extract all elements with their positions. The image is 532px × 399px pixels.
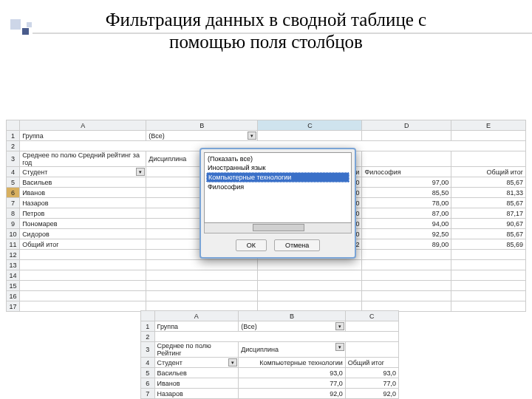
cell[interactable]: 97,00	[362, 177, 451, 188]
filter-popup: (Показать все) Иностранный язык Компьюте…	[200, 148, 356, 259]
cell[interactable]: Назаров	[154, 389, 239, 399]
cell[interactable]: Группа	[20, 131, 146, 141]
cell[interactable]: 85,50	[362, 188, 451, 198]
col-header[interactable]: C	[345, 311, 398, 321]
cell[interactable]: Иванов	[154, 378, 239, 389]
row-header[interactable]: 7	[7, 198, 20, 208]
col-header[interactable]: B	[146, 120, 258, 131]
chevron-down-icon[interactable]: ▾	[248, 132, 256, 140]
cell[interactable]: 89,00	[362, 239, 451, 250]
chevron-down-icon[interactable]: ▾	[335, 343, 344, 351]
cell[interactable]: 85,67	[451, 198, 526, 208]
cell[interactable]: Общий итог	[451, 167, 526, 177]
column-field-dropdown[interactable]: Дисциплина▾	[239, 342, 346, 358]
row-header[interactable]: 4	[141, 358, 155, 368]
chevron-down-icon[interactable]: ▾	[136, 168, 145, 176]
cell[interactable]: Среднее по полю Средний рейтинг за год	[20, 151, 146, 167]
row-header[interactable]: 1	[7, 131, 20, 141]
row-header[interactable]: 1	[141, 321, 155, 332]
cell[interactable]: 78,00	[362, 198, 451, 208]
cell[interactable]: 77,0	[345, 378, 398, 389]
filter-item[interactable]: Иностранный язык	[206, 163, 349, 172]
filter-item[interactable]: Философия	[206, 183, 349, 191]
cell[interactable]: Группа	[154, 321, 239, 332]
row-header[interactable]: 2	[7, 141, 20, 151]
row-header[interactable]: 7	[141, 389, 155, 399]
row-header[interactable]: 6	[7, 188, 20, 198]
row-header[interactable]: 11	[7, 239, 20, 250]
cell[interactable]: 92,0	[345, 389, 398, 399]
row-field-dropdown[interactable]: Студент▾	[154, 358, 239, 368]
cell[interactable]: 77,0	[239, 378, 346, 389]
scrollbar-thumb[interactable]	[253, 224, 304, 231]
chevron-down-icon[interactable]: ▾	[228, 358, 237, 366]
title-line-2: помощью поля столбцов	[169, 32, 363, 52]
row-header[interactable]: 15	[7, 281, 20, 291]
spreadsheet-filtered: A B C 1 Группа (Все)▾ 2 3 Среднее по пол…	[140, 310, 399, 399]
ok-button[interactable]: ОК	[236, 239, 267, 251]
col-header[interactable]: A	[154, 311, 239, 321]
row-header[interactable]: 9	[7, 219, 20, 229]
cell[interactable]: Общий итог	[20, 239, 146, 250]
slide-title: Фильтрация данных в сводной таблице с по…	[0, 0, 532, 53]
row-header[interactable]: 5	[7, 177, 20, 188]
chevron-down-icon[interactable]: ▾	[335, 322, 344, 330]
row-header[interactable]: 17	[7, 301, 20, 312]
cell[interactable]: Васильев	[20, 177, 146, 188]
row-header[interactable]: 5	[141, 368, 155, 378]
corner-cell[interactable]	[141, 311, 155, 321]
cell[interactable]: Философия	[362, 167, 451, 177]
col-header[interactable]: D	[362, 120, 451, 131]
cell[interactable]: 87,17	[451, 208, 526, 219]
cell[interactable]: Иванов	[20, 188, 146, 198]
filter-item-all[interactable]: (Показать все)	[206, 154, 349, 163]
row-header[interactable]: 10	[7, 229, 20, 239]
row-header[interactable]: 16	[7, 291, 20, 301]
row-header[interactable]: 13	[7, 260, 20, 270]
cell[interactable]: Назаров	[20, 198, 146, 208]
col-header[interactable]: B	[239, 311, 346, 321]
filter-list[interactable]: (Показать все) Иностранный язык Компьюте…	[204, 152, 352, 223]
col-header[interactable]: A	[20, 120, 146, 131]
title-line-1: Фильтрация данных в сводной таблице с	[106, 10, 426, 30]
corner-cell[interactable]	[7, 120, 20, 131]
row-header[interactable]: 12	[7, 250, 20, 260]
row-header[interactable]: 3	[7, 151, 20, 167]
cell[interactable]: Петров	[20, 208, 146, 219]
cell[interactable]: Васильев	[154, 368, 239, 378]
horizontal-scrollbar[interactable]	[204, 223, 352, 233]
cell[interactable]: 94,00	[362, 219, 451, 229]
cell[interactable]: 93,0	[345, 368, 398, 378]
row-header[interactable]: 8	[7, 208, 20, 219]
cell[interactable]: 85,67	[451, 177, 526, 188]
cell[interactable]: Общий итог	[345, 358, 398, 368]
row-field-dropdown[interactable]: Студент▾	[20, 167, 146, 177]
cell[interactable]: 92,0	[239, 389, 346, 399]
filter-item-selected[interactable]: Компьютерные технологии	[206, 172, 349, 183]
cancel-button[interactable]: Отмена	[274, 239, 320, 251]
row-header[interactable]: 4	[7, 167, 20, 177]
cell[interactable]: Пономарев	[20, 219, 146, 229]
row-header[interactable]: 3	[141, 342, 155, 358]
cell[interactable]: 87,00	[362, 208, 451, 219]
page-field-dropdown[interactable]: (Все)▾	[239, 321, 346, 332]
col-header[interactable]: E	[451, 120, 526, 131]
cell[interactable]: Среднее по полю Рейтинг	[154, 342, 239, 358]
cell[interactable]: 92,50	[362, 229, 451, 239]
cell[interactable]: 85,67	[451, 229, 526, 239]
row-header[interactable]: 2	[141, 332, 155, 342]
cell[interactable]: 90,67	[451, 219, 526, 229]
row-header[interactable]: 6	[141, 378, 155, 389]
cell[interactable]: Компьютерные технологии	[239, 358, 346, 368]
page-field-dropdown[interactable]: (Все)▾	[146, 131, 258, 141]
cell[interactable]: 93,0	[239, 368, 346, 378]
cell[interactable]: Сидоров	[20, 229, 146, 239]
col-header[interactable]: C	[258, 120, 362, 131]
cell[interactable]: 81,33	[451, 188, 526, 198]
row-header[interactable]: 14	[7, 270, 20, 281]
cell[interactable]: 85,69	[451, 239, 526, 250]
